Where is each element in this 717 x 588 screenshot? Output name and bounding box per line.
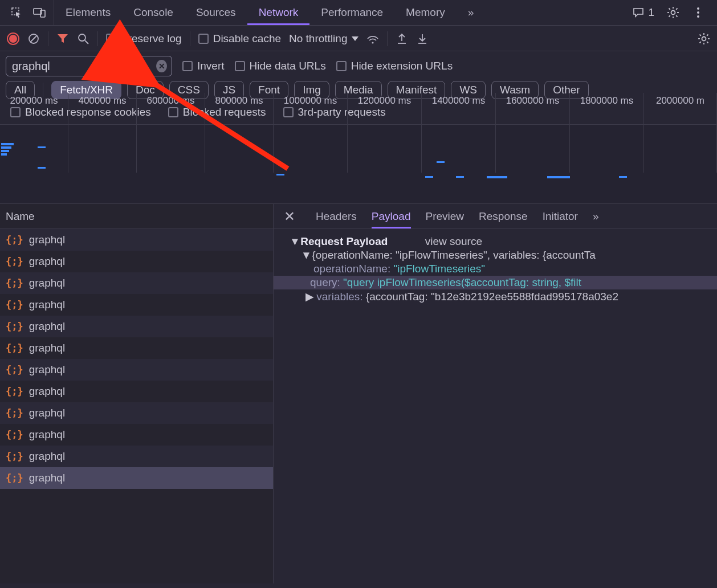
search-icon[interactable] <box>77 32 89 45</box>
json-icon: {;} <box>6 451 23 462</box>
request-name: graphql <box>29 255 65 268</box>
tab-performance[interactable]: Performance <box>309 0 394 25</box>
chevron-down-icon <box>352 36 358 41</box>
invert-checkbox[interactable]: Invert <box>182 60 225 72</box>
request-row[interactable]: {;}graphql <box>0 294 273 316</box>
hide-extension-urls-checkbox[interactable]: Hide extension URLs <box>336 60 453 72</box>
payload-val-variables: {accountTag: "b12e3b2192ee5588fdad995178… <box>366 291 618 303</box>
tab-memory[interactable]: Memory <box>394 0 457 25</box>
dtab-payload[interactable]: Payload <box>372 204 411 228</box>
request-row[interactable]: {;}graphql <box>0 272 273 294</box>
json-icon: {;} <box>6 299 23 311</box>
request-row[interactable]: {;}graphql <box>0 251 273 272</box>
view-source-link[interactable]: view source <box>425 235 482 247</box>
tab-elements[interactable]: Elements <box>54 0 122 25</box>
record-button[interactable] <box>7 32 19 45</box>
collapse-triangle-icon[interactable]: ▼ <box>290 235 298 248</box>
request-row[interactable]: {;}graphql <box>0 381 273 402</box>
clear-filter-icon[interactable]: ✕ <box>156 60 167 72</box>
requests-list: {;}graphql{;}graphql{;}graphql{;}graphql… <box>0 229 273 489</box>
request-row[interactable]: {;}graphql <box>0 424 273 446</box>
close-details-icon[interactable]: ✕ <box>278 209 301 224</box>
network-conditions-icon[interactable] <box>366 32 379 45</box>
kebab-menu-icon[interactable] <box>692 6 704 19</box>
json-icon: {;} <box>6 407 23 419</box>
request-row[interactable]: {;}graphql <box>0 229 273 251</box>
device-toolbar-icon[interactable] <box>33 6 46 19</box>
gear-icon[interactable] <box>667 6 679 19</box>
json-icon: {;} <box>6 429 23 440</box>
clear-log-icon[interactable] <box>27 32 40 45</box>
request-row[interactable]: {;}graphql <box>0 467 273 489</box>
request-name: graphql <box>29 385 65 398</box>
filter-row: ✕ Invert Hide data URLs Hide extension U… <box>0 51 717 81</box>
expand-triangle-icon[interactable]: ▶ <box>305 290 313 303</box>
more-tabs-button[interactable]: » <box>457 0 486 25</box>
json-icon: {;} <box>6 321 23 332</box>
requests-list-pane: Name {;}graphql{;}graphql{;}graphql{;}gr… <box>0 204 274 583</box>
json-icon: {;} <box>6 472 23 484</box>
dtab-headers[interactable]: Headers <box>316 204 357 228</box>
request-name: graphql <box>29 342 65 354</box>
request-details-pane: ✕ Headers Payload Preview Response Initi… <box>274 204 717 583</box>
request-name: graphql <box>29 320 65 333</box>
network-settings-gear-icon[interactable] <box>698 32 710 45</box>
filter-input[interactable] <box>12 60 156 73</box>
svg-point-3 <box>671 11 675 15</box>
svg-line-27 <box>700 34 701 35</box>
payload-key-query: query: <box>310 276 340 288</box>
filter-icon[interactable] <box>56 32 69 45</box>
request-row[interactable]: {;}graphql <box>0 337 273 359</box>
invert-label: Invert <box>197 60 225 72</box>
download-har-icon[interactable] <box>416 32 429 45</box>
svg-line-16 <box>30 35 37 42</box>
request-name: graphql <box>29 277 65 289</box>
json-icon: {;} <box>6 364 23 375</box>
svg-point-12 <box>697 7 699 10</box>
request-row[interactable]: {;}graphql <box>0 359 273 381</box>
disable-cache-checkbox[interactable]: Disable cache <box>198 32 281 45</box>
svg-line-11 <box>669 15 670 17</box>
tab-console[interactable]: Console <box>122 0 185 25</box>
dtab-preview[interactable]: Preview <box>426 204 465 228</box>
collapse-triangle-icon[interactable]: ▼ <box>301 249 309 262</box>
request-row[interactable]: {;}graphql <box>0 316 273 337</box>
chat-icon <box>632 6 645 19</box>
payload-val-query: "query ipFlowTimeseries($accountTag: str… <box>343 276 581 288</box>
svg-line-18 <box>85 40 88 44</box>
payload-key-variables: variables: <box>316 291 362 303</box>
request-row[interactable]: {;}graphql <box>0 446 273 467</box>
svg-line-28 <box>707 42 708 43</box>
network-split-view: Name {;}graphql{;}graphql{;}graphql{;}gr… <box>0 204 717 583</box>
tab-sources[interactable]: Sources <box>185 0 247 25</box>
inspect-element-icon[interactable] <box>10 6 23 19</box>
payload-body: ▼ Request Payload view source ▼ {operati… <box>274 229 717 309</box>
preserve-log-checkbox[interactable]: Preserve log <box>106 32 182 45</box>
svg-line-9 <box>676 15 677 17</box>
hide-data-urls-label: Hide data URLs <box>250 60 326 72</box>
requests-column-header-name[interactable]: Name <box>0 204 273 229</box>
dtab-response[interactable]: Response <box>479 204 528 228</box>
dtab-more[interactable]: » <box>593 204 599 228</box>
network-waterfall-overview[interactable]: 200000 ms 400000 ms 600000 ms 800000 ms … <box>0 124 717 204</box>
request-row[interactable]: {;}graphql <box>0 402 273 424</box>
preserve-log-label: Preserve log <box>121 32 182 45</box>
request-payload-title: Request Payload <box>300 235 388 247</box>
throttling-select[interactable]: No throttling <box>289 32 358 45</box>
request-name: graphql <box>29 428 65 441</box>
upload-har-icon[interactable] <box>396 32 408 45</box>
request-name: graphql <box>29 364 65 376</box>
svg-line-30 <box>700 42 701 43</box>
tab-network[interactable]: Network <box>247 0 310 25</box>
hide-data-urls-checkbox[interactable]: Hide data URLs <box>235 60 326 72</box>
dtab-initiator[interactable]: Initiator <box>543 204 578 228</box>
request-name: graphql <box>29 234 65 246</box>
top-left-icons <box>2 0 54 25</box>
payload-top-object: {operationName: "ipFlowTimeseries", vari… <box>312 249 596 261</box>
devtools-top-tabs: Elements Console Sources Network Perform… <box>0 0 717 26</box>
svg-line-8 <box>669 9 670 10</box>
request-name: graphql <box>29 407 65 419</box>
issues-badge[interactable]: 1 <box>632 6 654 19</box>
detail-tabs: ✕ Headers Payload Preview Response Initi… <box>274 204 717 229</box>
payload-selected-line[interactable]: query: "query ipFlowTimeseries($accountT… <box>274 276 717 289</box>
